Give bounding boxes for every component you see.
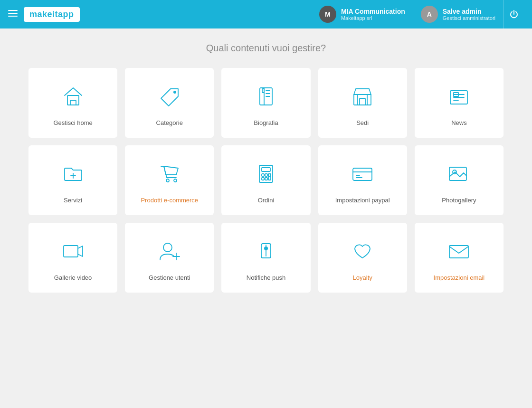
folder-plus-icon	[59, 160, 87, 188]
card-label-servizi: Servizi	[64, 197, 82, 204]
card-prodotti-ecommerce[interactable]: Prodotti e-commerce	[125, 145, 214, 215]
card-servizi[interactable]: Servizi	[28, 145, 117, 215]
admin-sub: Gestisci amministratori	[443, 15, 495, 21]
admin-details: Salve admin Gestisci amministratori	[443, 8, 495, 21]
news-icon	[445, 82, 473, 111]
image-icon	[445, 160, 473, 188]
notification-icon	[252, 237, 280, 266]
svg-rect-32	[265, 178, 267, 180]
content-grid: Gestisci homeCategorieBiografiaSediNewsS…	[28, 68, 504, 293]
company-name: MIA Communication	[341, 8, 405, 15]
card-gestione-utenti[interactable]: Gestione utenti	[125, 223, 214, 293]
svg-point-5	[173, 91, 176, 94]
svg-rect-14	[360, 98, 365, 105]
card-label-notifiche-push: Notifiche push	[247, 274, 285, 281]
company-info[interactable]: M MIA Communication Makeitapp srl	[312, 6, 413, 23]
company-avatar: M	[319, 6, 336, 23]
book-icon	[252, 82, 280, 111]
tag-icon	[155, 82, 184, 111]
card-sedi[interactable]: Sedi	[318, 68, 407, 138]
card-label-loyalty: Loyalty	[353, 274, 372, 281]
card-gestisci-home[interactable]: Gestisci home	[28, 68, 117, 138]
svg-point-25	[174, 179, 177, 182]
credit-card-icon	[348, 160, 377, 188]
card-label-impostazioni-paypal: Impostazioni paypal	[335, 197, 390, 204]
admin-avatar: A	[421, 6, 438, 23]
svg-point-24	[166, 179, 169, 182]
svg-rect-12	[354, 95, 371, 105]
card-news[interactable]: News	[415, 68, 504, 138]
calculator-icon	[252, 160, 280, 188]
admin-info[interactable]: A Salve admin Gestisci amministratori	[413, 6, 503, 23]
card-label-photogallery: Photogallery	[442, 197, 476, 204]
user-add-icon	[155, 237, 184, 266]
header-right: M MIA Communication Makeitapp srl A Salv…	[312, 0, 524, 28]
company-sub: Makeitapp srl	[341, 15, 405, 21]
svg-point-41	[163, 243, 172, 252]
home-icon	[59, 82, 87, 111]
card-categorie[interactable]: Categorie	[125, 68, 214, 138]
svg-rect-29	[265, 174, 267, 176]
svg-rect-48	[449, 246, 468, 258]
store-icon	[348, 82, 377, 111]
header: makeitapp M MIA Communication Makeitapp …	[0, 0, 532, 28]
card-impostazioni-paypal[interactable]: Impostazioni paypal	[318, 145, 407, 215]
card-label-impostazioni-email: Impostazioni email	[434, 274, 485, 281]
video-icon	[59, 237, 87, 266]
card-ordini[interactable]: Ordini	[221, 145, 310, 215]
svg-point-45	[264, 247, 268, 250]
email-icon	[445, 237, 473, 266]
svg-rect-33	[268, 174, 271, 180]
card-gallerie-video[interactable]: Gallerie video	[28, 223, 117, 293]
card-label-ordini: Ordini	[258, 197, 275, 204]
svg-rect-40	[64, 246, 78, 257]
card-notifiche-push[interactable]: Notifiche push	[221, 223, 310, 293]
svg-rect-11	[262, 89, 264, 93]
power-button[interactable]	[503, 0, 524, 28]
card-impostazioni-email[interactable]: Impostazioni email	[415, 223, 504, 293]
admin-name: Salve admin	[443, 8, 495, 15]
heart-icon	[348, 237, 377, 266]
svg-rect-31	[262, 178, 264, 180]
cart-icon	[155, 160, 184, 188]
card-label-categorie: Categorie	[156, 119, 183, 126]
svg-rect-4	[70, 100, 76, 105]
card-loyalty[interactable]: Loyalty	[318, 223, 407, 293]
svg-rect-28	[262, 174, 264, 176]
card-label-prodotti-ecommerce: Prodotti e-commerce	[141, 197, 198, 204]
svg-rect-27	[262, 168, 270, 171]
card-label-gestisci-home: Gestisci home	[53, 119, 92, 126]
card-photogallery[interactable]: Photogallery	[415, 145, 504, 215]
main-content: Quali contenuti vuoi gestire? Gestisci h…	[0, 28, 532, 307]
card-label-gestione-utenti: Gestione utenti	[149, 274, 190, 281]
menu-icon[interactable]	[8, 8, 18, 21]
card-biografia[interactable]: Biografia	[221, 68, 310, 138]
card-label-gallerie-video: Gallerie video	[54, 274, 92, 281]
svg-rect-38	[449, 167, 466, 180]
company-details: MIA Communication Makeitapp srl	[341, 8, 405, 21]
card-label-news: News	[451, 119, 467, 126]
card-label-biografia: Biografia	[254, 119, 278, 126]
svg-rect-34	[353, 168, 372, 180]
page-question: Quali contenuti vuoi gestire?	[28, 43, 504, 54]
card-label-sedi: Sedi	[356, 119, 369, 126]
logo: makeitapp	[24, 7, 80, 22]
